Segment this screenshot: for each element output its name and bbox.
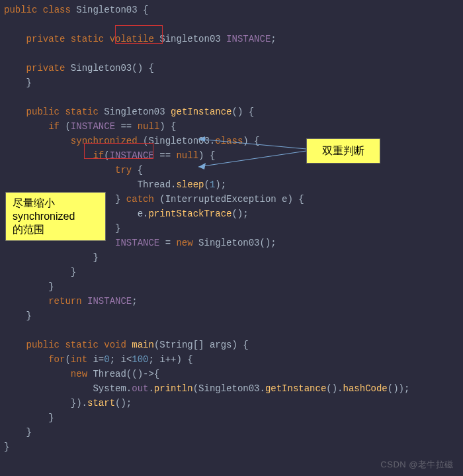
annotation-minimize-scope: 尽量缩小synchronized的范围 xyxy=(5,192,106,241)
annotation-double-check: 双重判断 xyxy=(306,138,380,164)
watermark: CSDN @老牛拉磁 xyxy=(380,457,454,472)
